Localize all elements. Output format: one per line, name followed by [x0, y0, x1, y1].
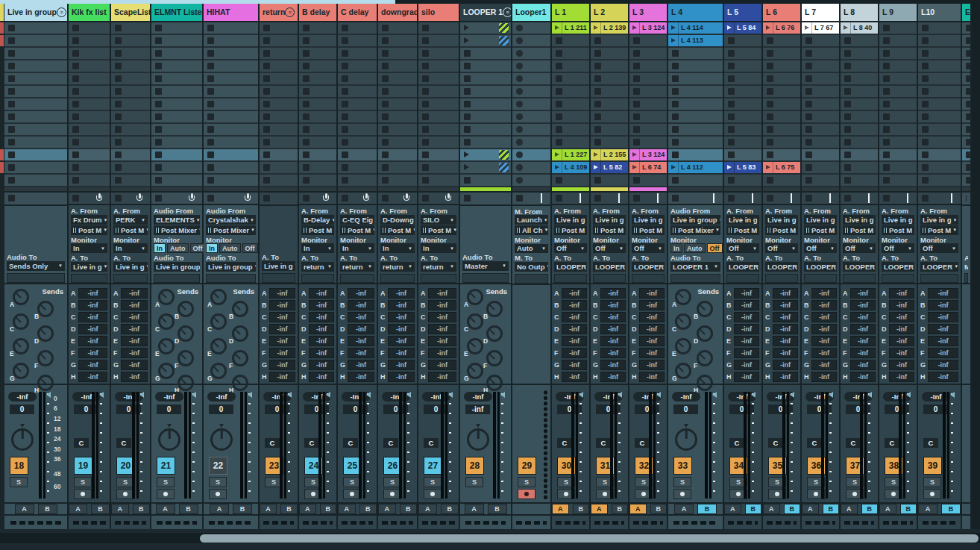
clip-slot[interactable] [841, 137, 878, 149]
clip-slot[interactable] [918, 48, 961, 60]
clip-slot[interactable] [4, 35, 67, 48]
clip-stop-button[interactable] [263, 113, 270, 120]
send-amount[interactable]: -inf [850, 288, 876, 299]
clip-stop-button[interactable] [72, 101, 79, 107]
crossfade-assign-b[interactable]: B [697, 504, 717, 514]
clip-stop-button[interactable] [303, 177, 310, 184]
clip-slot[interactable] [378, 22, 417, 35]
track-header-l10[interactable]: L10 [918, 4, 961, 22]
clip-stop-button[interactable] [263, 126, 270, 133]
clip-stop-button[interactable] [115, 139, 122, 146]
send-amount[interactable]: -inf [562, 324, 587, 334]
clip-stop-button[interactable] [263, 75, 270, 82]
track-header-l4[interactable]: L 4 [668, 4, 723, 22]
clip-slot[interactable] [918, 111, 961, 124]
routing-dropdown[interactable]: LOOPER▼ [882, 262, 914, 272]
slot-record-button[interactable] [516, 88, 523, 95]
send-amount[interactable]: -inf [269, 336, 295, 346]
clip-slot[interactable] [802, 137, 839, 149]
track-delay-field[interactable] [421, 274, 456, 284]
routing-dropdown[interactable]: Off▼ [843, 243, 876, 253]
routing-dropdown[interactable]: Live in g▼ [882, 215, 914, 225]
clip-slot[interactable] [204, 124, 258, 137]
monitor-auto-button[interactable]: Auto [684, 243, 706, 253]
track-delay-field[interactable] [593, 274, 626, 284]
send-amount[interactable]: -inf [388, 348, 415, 358]
clip-slot[interactable] [552, 60, 589, 73]
clip-slot[interactable] [802, 99, 839, 111]
clip[interactable]: L 2 139 [591, 22, 628, 34]
crossfade-assign-b[interactable]: B [441, 504, 459, 514]
clip-slot[interactable] [4, 48, 67, 60]
pan-display[interactable]: C [807, 438, 822, 448]
clip-slot[interactable] [591, 60, 628, 73]
track-delay-field[interactable] [340, 274, 374, 284]
send-knob-B[interactable] [232, 301, 248, 317]
clip-stop-button[interactable] [672, 75, 679, 82]
send-amount[interactable]: -inf [309, 336, 334, 346]
crossfade-assign-b[interactable]: B [573, 504, 590, 514]
peak-level-display[interactable]: -Inf [8, 392, 37, 401]
clip-slot[interactable] [69, 35, 110, 48]
routing-dropdown[interactable]: Fx Drum▼ [71, 215, 107, 225]
slot-record-button[interactable] [516, 139, 523, 146]
send-knob-G[interactable] [467, 363, 483, 379]
clip-slot[interactable] [151, 22, 202, 35]
routing-dropdown[interactable]: PERK▼ [113, 215, 148, 225]
track-delay-field[interactable] [554, 274, 587, 284]
clip-slot[interactable] [4, 22, 67, 35]
send-amount[interactable]: -inf [348, 372, 374, 382]
clip-stop-button[interactable] [672, 63, 679, 69]
monitor-in-button[interactable]: In [670, 243, 682, 253]
send-amount[interactable]: -inf [773, 324, 798, 334]
send-amount[interactable]: -inf [562, 360, 587, 370]
clip-stop-button[interactable] [728, 151, 735, 158]
clip-stop-button[interactable] [767, 37, 773, 44]
routing-dropdown[interactable]: Live in group▼ [154, 262, 200, 272]
routing-dropdown[interactable]: Off▼ [920, 243, 958, 253]
routing-dropdown[interactable]: Live in g▼ [554, 215, 587, 225]
routing-dropdown[interactable]: Post M▼ [380, 225, 415, 235]
clip-stop-button[interactable] [155, 195, 162, 201]
arm-record-button[interactable] [923, 489, 941, 499]
routing-dropdown[interactable]: Live in group▼ [670, 215, 720, 225]
pan-display[interactable]: C [424, 438, 439, 448]
clip-slot[interactable] [69, 60, 110, 73]
track-header-c-delay[interactable]: C delay [338, 4, 377, 22]
clip-play-button[interactable] [668, 35, 679, 46]
clip-stop-button[interactable] [155, 75, 162, 82]
clip-slot[interactable] [460, 73, 511, 86]
clip-slot[interactable] [763, 124, 800, 137]
clip-stop-button[interactable] [672, 88, 679, 95]
clip-slot[interactable] [338, 137, 377, 149]
clip-stop-button[interactable] [672, 126, 679, 133]
clip-stop-button[interactable] [883, 151, 890, 158]
clip-stop-button[interactable] [263, 37, 270, 44]
clip-stop-button[interactable] [883, 75, 890, 82]
monitor-auto-button[interactable]: Auto [167, 243, 189, 253]
clip-slot[interactable] [151, 86, 202, 99]
group-fold-icon[interactable]: ≡ [57, 7, 66, 17]
send-amount[interactable]: -inf [600, 372, 626, 382]
crossfade-assign-b[interactable]: B [400, 504, 418, 514]
routing-dropdown[interactable]: Live in g▼ [804, 215, 837, 225]
clip-stop-button[interactable] [556, 63, 562, 69]
routing-dropdown[interactable]: Live in g▼ [843, 215, 876, 225]
track-header-downgrad[interactable]: downgrad [378, 4, 417, 22]
send-amount[interactable]: -inf [388, 336, 415, 346]
track-header-looper1-midi[interactable]: Looper1 [512, 4, 550, 22]
clip-stop-button[interactable] [422, 151, 429, 158]
clip-stop-button[interactable] [422, 195, 429, 201]
clip-stop-button[interactable] [72, 75, 79, 82]
clip-slot[interactable] [260, 48, 298, 60]
clip-slot[interactable] [918, 86, 961, 99]
peak-level-display[interactable]: -Inf [672, 392, 700, 401]
clip-slot[interactable]: L 3 124 [629, 22, 667, 35]
clip-slot[interactable] [629, 73, 667, 86]
send-amount[interactable]: -inf [773, 312, 798, 322]
clip-stop-button[interactable] [883, 139, 890, 146]
send-amount[interactable]: -inf [734, 312, 759, 322]
clip-stop-button[interactable] [207, 37, 214, 44]
send-amount[interactable]: -inf [850, 312, 876, 322]
send-amount[interactable]: -inf [773, 300, 798, 310]
